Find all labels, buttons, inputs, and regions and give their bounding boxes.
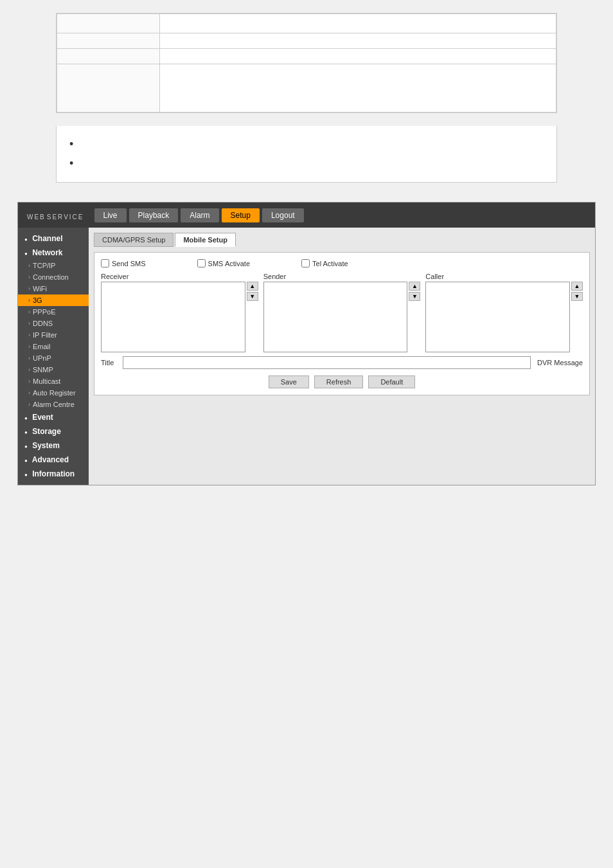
three-col: Receiver ▲ ▼ Sender (101, 273, 583, 352)
tel-activate-checkbox[interactable] (301, 259, 310, 267)
sidebar-item-multicast[interactable]: › Multicast (18, 375, 89, 387)
checkbox-row: Send SMS SMS Activate Tel Activate (101, 259, 583, 267)
dvr-content: CDMA/GPRS Setup Mobile Setup Send SMS SM… (89, 228, 595, 485)
default-button[interactable]: Default (368, 375, 415, 388)
chevron-snmp: › (28, 366, 30, 373)
chevron-alarmcentre: › (28, 401, 30, 408)
sidebar-item-connection[interactable]: › Connection (18, 271, 89, 283)
nav-logout[interactable]: Logout (262, 208, 304, 222)
sidebar-item-pppoe[interactable]: › PPPoE (18, 306, 89, 318)
nav-setup[interactable]: Setup (222, 208, 260, 222)
title-row: Title DVR Message (101, 356, 583, 369)
chevron-tcpip: › (28, 262, 30, 269)
sms-activate-text: SMS Activate (208, 260, 250, 267)
caller-panel: Caller ▲ ▼ (425, 273, 583, 352)
receiver-up-btn[interactable]: ▲ (247, 282, 258, 291)
bullet-dot: • (69, 157, 73, 171)
tel-activate-label[interactable]: Tel Activate (301, 259, 348, 267)
sidebar-item-event[interactable]: ● Event (18, 410, 89, 424)
sender-textarea[interactable] (263, 282, 408, 352)
send-sms-text: Send SMS (112, 260, 146, 267)
nav-alarm[interactable]: Alarm (181, 208, 218, 222)
caller-label: Caller (425, 273, 583, 280)
sidebar-dot-storage: ● (24, 429, 28, 435)
receiver-textarea[interactable] (101, 282, 245, 352)
chevron-ddns: › (28, 320, 30, 327)
send-sms-checkbox[interactable] (101, 259, 109, 267)
nav-live[interactable]: Live (94, 208, 127, 222)
sidebar-label-snmp: SNMP (33, 366, 53, 374)
nav-playback[interactable]: Playback (129, 208, 179, 222)
sidebar-item-email[interactable]: › Email (18, 341, 89, 352)
bullet-dot: • (69, 138, 73, 152)
sidebar-label-event: Event (32, 413, 53, 422)
chevron-pppoe: › (28, 309, 30, 315)
sidebar-dot-channel: ● (24, 237, 28, 242)
sidebar-item-channel[interactable]: ● Channel (18, 231, 89, 246)
dvr-message-label: DVR Message (537, 359, 583, 366)
sidebar-item-tcpip[interactable]: › TCP/IP (18, 260, 89, 271)
receiver-arrows: ▲ ▼ (247, 282, 258, 301)
caller-input-row: ▲ ▼ (425, 282, 583, 352)
sidebar-dot-info: ● (24, 472, 28, 478)
tab-cdma[interactable]: CDMA/GPRS Setup (94, 233, 173, 247)
chevron-wifi: › (28, 285, 30, 292)
action-bar: Save Refresh Default (101, 375, 583, 388)
sms-activate-label[interactable]: SMS Activate (197, 259, 250, 267)
chevron-autoregister: › (28, 390, 30, 396)
sidebar-dot-event: ● (24, 415, 28, 421)
sidebar-item-ipfilter[interactable]: › IP Filter (18, 329, 89, 341)
sidebar-item-snmp[interactable]: › SNMP (18, 364, 89, 375)
bullet-item: • (69, 157, 544, 171)
chevron-email: › (28, 343, 30, 350)
sender-down-btn[interactable]: ▼ (409, 292, 420, 301)
sender-panel: Sender ▲ ▼ (263, 273, 421, 352)
sidebar-item-ddns[interactable]: › DDNS (18, 318, 89, 329)
sidebar-item-wifi[interactable]: › WiFi (18, 283, 89, 294)
sidebar-item-information[interactable]: ● Information (18, 467, 89, 481)
receiver-input-row: ▲ ▼ (101, 282, 258, 352)
sender-arrows: ▲ ▼ (409, 282, 420, 301)
caller-arrows: ▲ ▼ (571, 282, 583, 301)
sidebar-item-network[interactable]: ● Network (18, 246, 89, 260)
sidebar-item-3g[interactable]: › 3G (18, 294, 89, 306)
refresh-button[interactable]: Refresh (314, 375, 364, 388)
receiver-down-btn[interactable]: ▼ (247, 292, 258, 301)
sidebar-item-upnp[interactable]: › UPnP (18, 352, 89, 364)
title-label: Title (101, 359, 119, 366)
sidebar-label-ddns: DDNS (33, 320, 53, 327)
caller-down-btn[interactable]: ▼ (571, 292, 583, 301)
sender-up-btn[interactable]: ▲ (409, 282, 420, 291)
sidebar-label-email: Email (33, 343, 51, 350)
bullet-item: • (69, 138, 544, 152)
receiver-panel: Receiver ▲ ▼ (101, 273, 258, 352)
sidebar-label-alarmcentre: Alarm Centre (33, 401, 75, 408)
receiver-label: Receiver (101, 273, 258, 280)
dvr-message-input[interactable] (123, 356, 531, 369)
tab-mobile[interactable]: Mobile Setup (175, 233, 235, 247)
dvr-nav: Live Playback Alarm Setup Logout (94, 208, 304, 222)
sidebar-dot-advanced: ● (24, 458, 28, 464)
caller-up-btn[interactable]: ▲ (571, 282, 583, 291)
sidebar-label-tcpip: TCP/IP (33, 262, 55, 269)
dvr-sidebar: ● Channel ● Network › TCP/IP › Connectio… (18, 228, 89, 485)
sms-activate-checkbox[interactable] (197, 259, 206, 267)
sidebar-label-autoregister: Auto Register (33, 389, 76, 397)
sidebar-item-advanced[interactable]: ● Advanced (18, 453, 89, 467)
chevron-3g: › (28, 297, 30, 303)
sidebar-label-system: System (32, 441, 60, 450)
tab-bar: CDMA/GPRS Setup Mobile Setup (94, 233, 590, 247)
caller-textarea[interactable] (425, 282, 570, 352)
sidebar-item-autoregister[interactable]: › Auto Register (18, 387, 89, 399)
sidebar-item-system[interactable]: ● System (18, 439, 89, 453)
sidebar-label-storage: Storage (32, 427, 61, 436)
save-button[interactable]: Save (269, 375, 309, 388)
sender-label: Sender (263, 273, 421, 280)
logo-brand: WEB (27, 213, 46, 221)
dvr-logo: WEBSERVICE (26, 208, 84, 222)
sidebar-item-alarmcentre[interactable]: › Alarm Centre (18, 399, 89, 410)
send-sms-label[interactable]: Send SMS (101, 259, 146, 267)
chevron-connection: › (28, 274, 30, 280)
sidebar-item-storage[interactable]: ● Storage (18, 424, 89, 439)
mobile-setup-panel: Send SMS SMS Activate Tel Activate (94, 252, 590, 395)
